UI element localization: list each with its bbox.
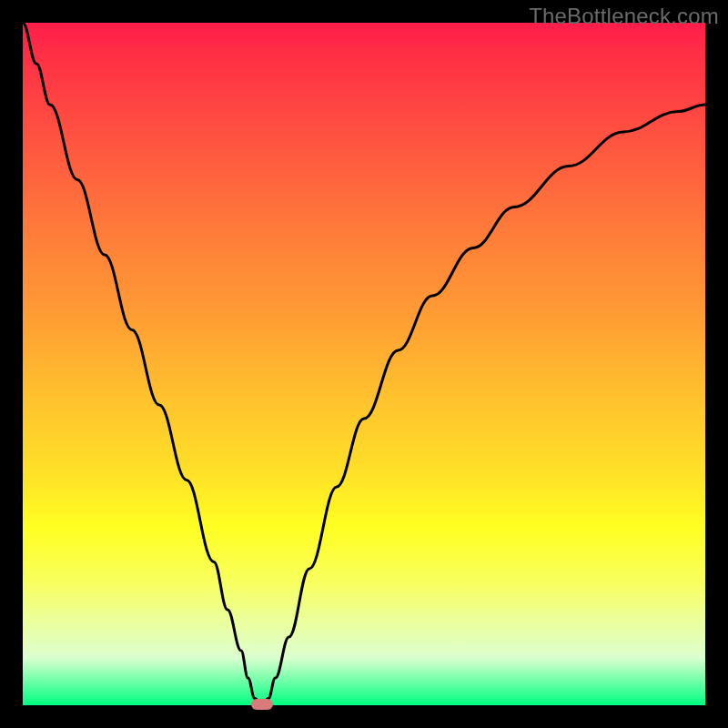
curve-path bbox=[23, 23, 705, 705]
watermark-text: TheBottleneck.com bbox=[529, 4, 719, 29]
chart-frame: TheBottleneck.com bbox=[0, 0, 728, 728]
plot-area bbox=[23, 23, 705, 705]
optimum-marker bbox=[251, 699, 273, 710]
bottleneck-curve bbox=[23, 23, 705, 705]
